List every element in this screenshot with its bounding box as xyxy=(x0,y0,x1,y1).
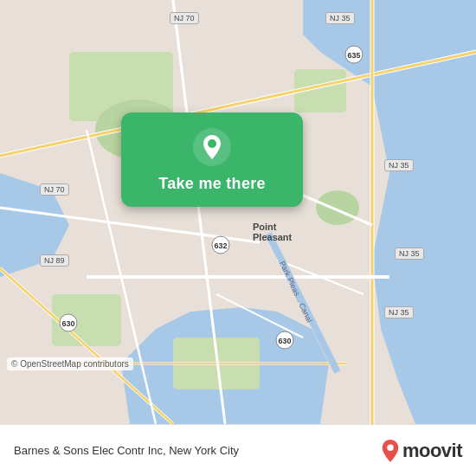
route-630-right: 630 xyxy=(275,331,294,350)
route-632: 632 xyxy=(211,235,230,254)
take-me-there-button[interactable]: Take me there xyxy=(121,113,303,207)
svg-text:630: 630 xyxy=(61,319,74,328)
route-630-left: 630 xyxy=(59,313,78,332)
location-pin-icon xyxy=(193,128,231,166)
svg-text:630: 630 xyxy=(278,337,291,345)
location-text: Barnes & Sons Elec Contr Inc, New York C… xyxy=(14,444,382,457)
map-container: NJ 70 NJ 35 NJ 70 NJ 35 NJ 35 NJ 35 NJ 8… xyxy=(0,0,476,424)
svg-point-33 xyxy=(387,444,393,450)
route-635: 635 xyxy=(344,45,363,64)
svg-text:632: 632 xyxy=(214,241,227,250)
moovit-pin-icon xyxy=(382,440,399,462)
info-bar: Barnes & Sons Elec Contr Inc, New York C… xyxy=(0,424,476,476)
svg-text:635: 635 xyxy=(347,51,360,60)
take-me-there-label: Take me there xyxy=(158,175,266,193)
svg-point-32 xyxy=(208,139,216,148)
svg-point-6 xyxy=(316,190,359,225)
moovit-logo-text: moovit xyxy=(402,440,462,462)
osm-attribution: © OpenStreetMap contributors xyxy=(7,357,133,370)
moovit-logo: moovit xyxy=(382,440,462,462)
